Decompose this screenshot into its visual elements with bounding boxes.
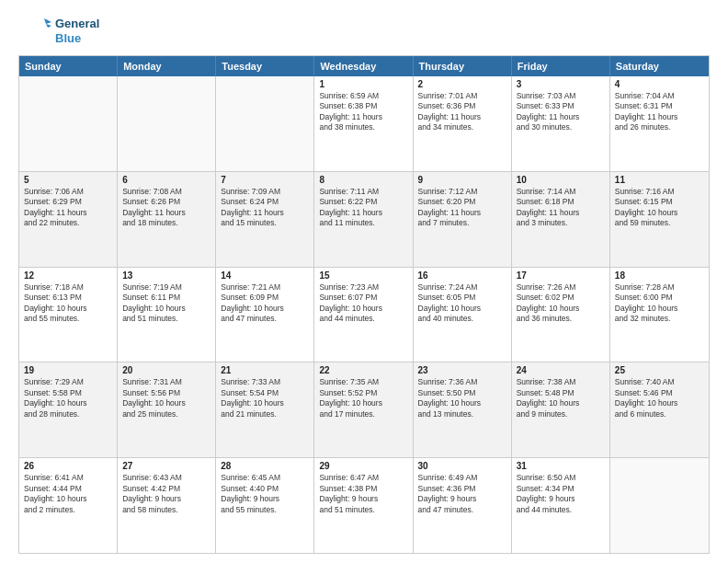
day-cell-2: 2Sunrise: 7:01 AM Sunset: 6:36 PM Daylig… <box>414 76 512 171</box>
day-cell-17: 17Sunrise: 7:26 AM Sunset: 6:02 PM Dayli… <box>512 268 610 362</box>
day-info: Sunrise: 7:08 AM Sunset: 6:26 PM Dayligh… <box>122 187 210 229</box>
day-header-sunday: Sunday <box>19 56 118 76</box>
day-info: Sunrise: 7:19 AM Sunset: 6:11 PM Dayligh… <box>122 282 210 325</box>
day-cell-30: 30Sunrise: 6:49 AM Sunset: 4:36 PM Dayli… <box>414 458 512 553</box>
day-cell-22: 22Sunrise: 7:35 AM Sunset: 5:52 PM Dayli… <box>314 362 413 457</box>
day-info: Sunrise: 7:38 AM Sunset: 5:48 PM Dayligh… <box>517 377 605 419</box>
week-row-5: 26Sunrise: 6:41 AM Sunset: 4:44 PM Dayli… <box>19 458 709 553</box>
logo-blue: Blue <box>55 31 99 46</box>
calendar: SundayMondayTuesdayWednesdayThursdayFrid… <box>18 55 710 554</box>
logo-general: General <box>55 17 99 31</box>
day-cell-empty <box>610 458 709 553</box>
day-info: Sunrise: 7:16 AM Sunset: 6:15 PM Dayligh… <box>615 187 704 229</box>
day-cell-empty <box>216 76 314 171</box>
logo: General Blue <box>18 15 99 48</box>
day-number: 18 <box>615 270 704 281</box>
day-cell-20: 20Sunrise: 7:31 AM Sunset: 5:56 PM Dayli… <box>118 362 216 457</box>
day-number: 26 <box>24 461 112 471</box>
day-info: Sunrise: 7:40 AM Sunset: 5:46 PM Dayligh… <box>615 377 704 419</box>
day-number: 3 <box>517 79 605 89</box>
day-info: Sunrise: 6:41 AM Sunset: 4:44 PM Dayligh… <box>24 473 112 515</box>
day-headers: SundayMondayTuesdayWednesdayThursdayFrid… <box>19 56 709 76</box>
day-info: Sunrise: 6:47 AM Sunset: 4:38 PM Dayligh… <box>319 473 407 515</box>
day-cell-6: 6Sunrise: 7:08 AM Sunset: 6:26 PM Daylig… <box>118 172 216 267</box>
day-info: Sunrise: 7:33 AM Sunset: 5:54 PM Dayligh… <box>221 377 309 419</box>
day-cell-11: 11Sunrise: 7:16 AM Sunset: 6:15 PM Dayli… <box>610 172 709 267</box>
day-cell-16: 16Sunrise: 7:24 AM Sunset: 6:05 PM Dayli… <box>414 268 512 362</box>
day-cell-8: 8Sunrise: 7:11 AM Sunset: 6:22 PM Daylig… <box>314 172 413 267</box>
day-header-friday: Friday <box>512 56 610 76</box>
day-number: 30 <box>418 461 506 471</box>
day-info: Sunrise: 7:04 AM Sunset: 6:31 PM Dayligh… <box>615 91 704 133</box>
day-number: 21 <box>221 365 309 375</box>
day-info: Sunrise: 7:12 AM Sunset: 6:20 PM Dayligh… <box>418 187 506 229</box>
week-row-1: 1Sunrise: 6:59 AM Sunset: 6:38 PM Daylig… <box>19 76 709 172</box>
day-header-wednesday: Wednesday <box>314 56 413 76</box>
day-number: 22 <box>319 365 407 375</box>
day-cell-28: 28Sunrise: 6:45 AM Sunset: 4:40 PM Dayli… <box>216 458 314 553</box>
day-cell-empty <box>118 76 216 171</box>
day-info: Sunrise: 6:49 AM Sunset: 4:36 PM Dayligh… <box>418 473 506 515</box>
day-number: 17 <box>517 270 605 281</box>
day-info: Sunrise: 7:01 AM Sunset: 6:36 PM Dayligh… <box>418 91 506 133</box>
day-header-monday: Monday <box>118 56 216 76</box>
week-row-3: 12Sunrise: 7:18 AM Sunset: 6:13 PM Dayli… <box>19 268 709 363</box>
day-number: 13 <box>122 270 210 281</box>
day-info: Sunrise: 7:06 AM Sunset: 6:29 PM Dayligh… <box>24 187 112 229</box>
day-cell-25: 25Sunrise: 7:40 AM Sunset: 5:46 PM Dayli… <box>610 362 709 457</box>
day-number: 10 <box>517 175 605 185</box>
day-info: Sunrise: 7:14 AM Sunset: 6:18 PM Dayligh… <box>517 187 605 229</box>
day-number: 6 <box>122 175 210 185</box>
day-cell-27: 27Sunrise: 6:43 AM Sunset: 4:42 PM Dayli… <box>118 458 216 553</box>
day-cell-1: 1Sunrise: 6:59 AM Sunset: 6:38 PM Daylig… <box>314 76 413 171</box>
day-info: Sunrise: 7:24 AM Sunset: 6:05 PM Dayligh… <box>418 282 506 325</box>
day-cell-13: 13Sunrise: 7:19 AM Sunset: 6:11 PM Dayli… <box>118 268 216 362</box>
svg-marker-1 <box>46 24 51 28</box>
day-info: Sunrise: 7:36 AM Sunset: 5:50 PM Dayligh… <box>418 377 506 419</box>
day-number: 31 <box>517 461 605 471</box>
day-info: Sunrise: 7:18 AM Sunset: 6:13 PM Dayligh… <box>24 282 112 325</box>
day-number: 15 <box>319 270 407 281</box>
day-info: Sunrise: 6:59 AM Sunset: 6:38 PM Dayligh… <box>319 91 407 133</box>
day-cell-15: 15Sunrise: 7:23 AM Sunset: 6:07 PM Dayli… <box>314 268 413 362</box>
day-cell-10: 10Sunrise: 7:14 AM Sunset: 6:18 PM Dayli… <box>512 172 610 267</box>
week-row-4: 19Sunrise: 7:29 AM Sunset: 5:58 PM Dayli… <box>19 362 709 458</box>
day-number: 12 <box>24 270 112 281</box>
day-number: 7 <box>221 175 309 185</box>
day-number: 8 <box>319 175 407 185</box>
day-number: 16 <box>418 270 506 281</box>
day-info: Sunrise: 7:03 AM Sunset: 6:33 PM Dayligh… <box>517 91 605 133</box>
logo-svg <box>18 15 51 48</box>
day-info: Sunrise: 7:31 AM Sunset: 5:56 PM Dayligh… <box>122 377 210 419</box>
day-info: Sunrise: 7:28 AM Sunset: 6:00 PM Dayligh… <box>615 282 704 325</box>
day-number: 5 <box>24 175 112 185</box>
day-info: Sunrise: 7:09 AM Sunset: 6:24 PM Dayligh… <box>221 187 309 229</box>
day-info: Sunrise: 7:35 AM Sunset: 5:52 PM Dayligh… <box>319 377 407 419</box>
day-cell-7: 7Sunrise: 7:09 AM Sunset: 6:24 PM Daylig… <box>216 172 314 267</box>
day-number: 19 <box>24 365 112 375</box>
day-cell-19: 19Sunrise: 7:29 AM Sunset: 5:58 PM Dayli… <box>19 362 118 457</box>
day-cell-5: 5Sunrise: 7:06 AM Sunset: 6:29 PM Daylig… <box>19 172 118 267</box>
page: General Blue SundayMondayTuesdayWednesda… <box>0 0 728 563</box>
day-cell-3: 3Sunrise: 7:03 AM Sunset: 6:33 PM Daylig… <box>512 76 610 171</box>
svg-marker-0 <box>44 18 51 24</box>
day-cell-14: 14Sunrise: 7:21 AM Sunset: 6:09 PM Dayli… <box>216 268 314 362</box>
day-number: 4 <box>615 79 704 89</box>
day-info: Sunrise: 7:21 AM Sunset: 6:09 PM Dayligh… <box>221 282 309 325</box>
day-header-saturday: Saturday <box>610 56 709 76</box>
day-cell-empty <box>19 76 118 171</box>
day-cell-24: 24Sunrise: 7:38 AM Sunset: 5:48 PM Dayli… <box>512 362 610 457</box>
day-cell-21: 21Sunrise: 7:33 AM Sunset: 5:54 PM Dayli… <box>216 362 314 457</box>
header: General Blue <box>18 15 710 48</box>
day-cell-31: 31Sunrise: 6:50 AM Sunset: 4:34 PM Dayli… <box>512 458 610 553</box>
day-cell-18: 18Sunrise: 7:28 AM Sunset: 6:00 PM Dayli… <box>610 268 709 362</box>
day-info: Sunrise: 7:26 AM Sunset: 6:02 PM Dayligh… <box>517 282 605 325</box>
day-header-thursday: Thursday <box>414 56 512 76</box>
calendar-body: 1Sunrise: 6:59 AM Sunset: 6:38 PM Daylig… <box>19 76 709 553</box>
day-number: 29 <box>319 461 407 471</box>
day-info: Sunrise: 7:23 AM Sunset: 6:07 PM Dayligh… <box>319 282 407 325</box>
day-number: 20 <box>122 365 210 375</box>
day-info: Sunrise: 7:11 AM Sunset: 6:22 PM Dayligh… <box>319 187 407 229</box>
day-info: Sunrise: 6:45 AM Sunset: 4:40 PM Dayligh… <box>221 473 309 515</box>
day-number: 2 <box>418 79 506 89</box>
